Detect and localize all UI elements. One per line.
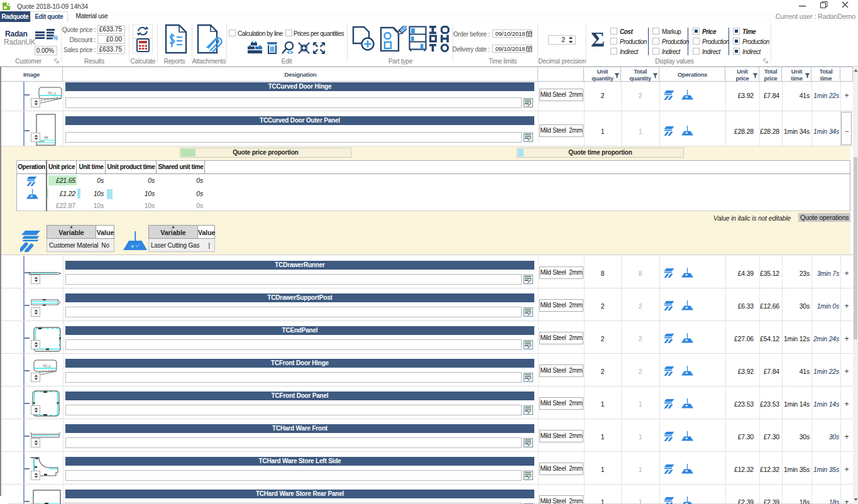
svg-text:45: 45 <box>44 136 48 140</box>
